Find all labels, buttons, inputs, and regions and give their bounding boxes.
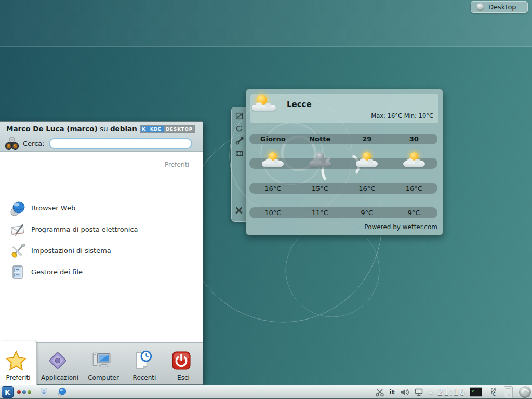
kickoff-menu: Marco De Luca (marco) su debian K KDE DE… — [0, 121, 203, 385]
panel-widget-strip[interactable] — [504, 386, 513, 398]
file-manager-launcher-icon[interactable] — [38, 387, 49, 397]
weather-city: Lecce — [287, 100, 312, 109]
rotate-icon[interactable] — [235, 124, 244, 133]
weather-col-header: 29 — [343, 134, 391, 144]
search-row: Cerca: — [0, 135, 203, 152]
kickoff-tab-bar: Preferiti Applicazioni — [0, 342, 203, 384]
day-temp: 16°C — [249, 183, 297, 194]
system-settings-icon — [9, 243, 26, 259]
weather-day-temps-row: 16°C 15°C 16°C 16°C — [249, 183, 437, 194]
pager-dot-blue — [22, 390, 26, 394]
user-separator: su — [100, 125, 108, 133]
web-browser-launcher-icon[interactable] — [57, 387, 68, 397]
weather-col-header: Notte — [297, 134, 344, 144]
weather-tray-icon[interactable]: °C — [487, 387, 499, 398]
user-info: Marco De Luca (marco) su debian — [6, 125, 137, 133]
night-temp: 9°C — [391, 207, 438, 218]
wallpaper-band — [0, 0, 532, 47]
network-icon[interactable] — [414, 388, 423, 397]
weather-col-header: 30 — [391, 134, 438, 144]
kde-menu-button[interactable]: K — [2, 386, 14, 398]
night-temp: 9°C — [343, 207, 391, 218]
applet-handle[interactable] — [231, 107, 246, 222]
clipboard-scissors-icon[interactable] — [375, 388, 384, 397]
section-label: Preferiti — [165, 161, 189, 168]
applications-icon — [47, 350, 69, 371]
tab-label: Recenti — [133, 374, 156, 381]
weather-widget: Lecce Max: 16°C Min: 10°C Giorno Notte 2… — [246, 89, 443, 235]
tab-label: Applicazioni — [41, 374, 78, 381]
tab-label: Computer — [88, 374, 119, 381]
tray-expander-icon[interactable] — [428, 391, 433, 394]
host-name: debian — [110, 125, 137, 133]
activity-pager[interactable] — [17, 390, 31, 394]
wetter-com-link[interactable]: Powered by wetter.com — [364, 223, 437, 231]
menu-item-label: Gestore dei file — [31, 268, 83, 276]
menu-item-label: Impostazioni di sistema — [31, 247, 111, 255]
web-browser-icon — [9, 200, 26, 217]
weather-condition-icon — [354, 152, 379, 169]
system-tray: it 21:16 >_ °C — [375, 386, 532, 398]
tab-esci[interactable]: Esci — [163, 343, 204, 385]
pager-dot-green — [28, 390, 31, 394]
email-icon — [9, 221, 26, 238]
favorites-list: Preferiti Browser Web — [0, 152, 203, 342]
night-temp: 10°C — [249, 207, 297, 218]
toolbox-label: Desktop — [488, 3, 516, 11]
day-temp: 16°C — [343, 183, 391, 194]
menu-item-email[interactable]: Programma di posta elettronica — [0, 219, 203, 240]
configure-wrench-icon[interactable] — [235, 137, 244, 145]
tab-computer[interactable]: Computer — [83, 343, 124, 385]
weather-condition-icon — [260, 152, 285, 169]
weather-icons-row — [249, 158, 437, 169]
kde-logo-icon: K — [141, 126, 148, 132]
user-name: Marco De Luca (marco) — [6, 125, 98, 133]
volume-icon[interactable] — [400, 388, 409, 397]
settings-grid-icon[interactable] — [235, 149, 244, 158]
resize-icon[interactable] — [235, 112, 244, 121]
panel-toolbox-cashew[interactable] — [519, 386, 531, 398]
power-icon — [170, 350, 192, 371]
menu-item-file-manager[interactable]: Gestore dei file — [0, 261, 203, 283]
kde-desktop-badge: K KDE DESKTOP — [140, 125, 195, 133]
kickoff-header: Marco De Luca (marco) su debian K KDE DE… — [0, 122, 203, 152]
weather-condition-icon — [308, 152, 332, 169]
pager-dot-red — [17, 390, 21, 394]
tab-recenti[interactable]: Recenti — [124, 343, 165, 385]
menu-item-system-settings[interactable]: Impostazioni di sistema — [0, 240, 203, 261]
weather-condition-icon — [402, 152, 427, 169]
tab-applicazioni[interactable]: Applicazioni — [39, 343, 80, 385]
search-label: Cerca: — [23, 140, 45, 148]
search-binoculars-icon — [4, 136, 20, 151]
weather-col-header: Giorno — [249, 134, 297, 144]
search-input[interactable] — [49, 138, 192, 149]
bottom-panel: K it — [0, 385, 532, 399]
day-temp: 15°C — [297, 183, 344, 194]
star-icon — [5, 350, 27, 371]
keyboard-layout-indicator[interactable]: it — [389, 388, 395, 396]
weather-city-icon — [250, 94, 277, 114]
plasma-cashew-icon — [476, 3, 484, 11]
digital-clock[interactable]: 21:16 — [437, 387, 466, 397]
recent-documents-icon — [131, 350, 153, 371]
file-manager-icon — [9, 264, 26, 281]
weather-night-temps-row: 10°C 11°C 9°C 9°C — [249, 207, 437, 218]
weather-columns-row: Giorno Notte 29 30 — [249, 134, 437, 144]
weather-header: Lecce Max: 16°C Min: 10°C — [250, 94, 438, 123]
unknown-condition-icon — [491, 388, 496, 392]
menu-item-label: Browser Web — [31, 204, 75, 212]
menu-item-label: Programma di posta elettronica — [31, 225, 138, 233]
day-temp: 16°C — [391, 183, 438, 194]
night-temp: 11°C — [297, 207, 344, 218]
desktop: { "desktop": { "toolbox_label": "Desktop… — [0, 0, 532, 399]
konsole-icon[interactable]: >_ — [470, 387, 482, 397]
desktop-toolbox[interactable]: Desktop — [471, 1, 528, 13]
tab-label: Esci — [177, 374, 190, 381]
close-icon[interactable] — [234, 206, 244, 215]
tab-label: Preferiti — [6, 374, 31, 381]
computer-icon — [90, 350, 112, 371]
menu-item-browser-web[interactable]: Browser Web — [0, 197, 203, 219]
weather-maxmin: Max: 16°C Min: 10°C — [371, 112, 433, 119]
tab-preferiti[interactable]: Preferiti — [0, 341, 37, 385]
